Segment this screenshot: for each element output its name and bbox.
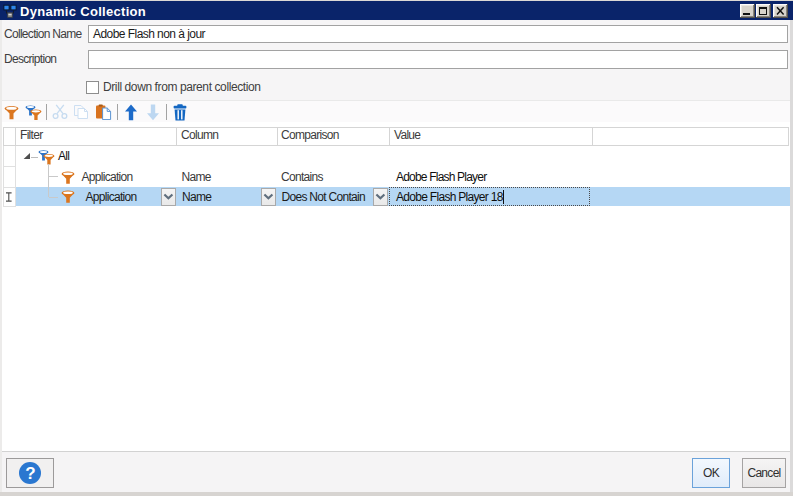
svg-text:?: ? [25, 464, 35, 483]
